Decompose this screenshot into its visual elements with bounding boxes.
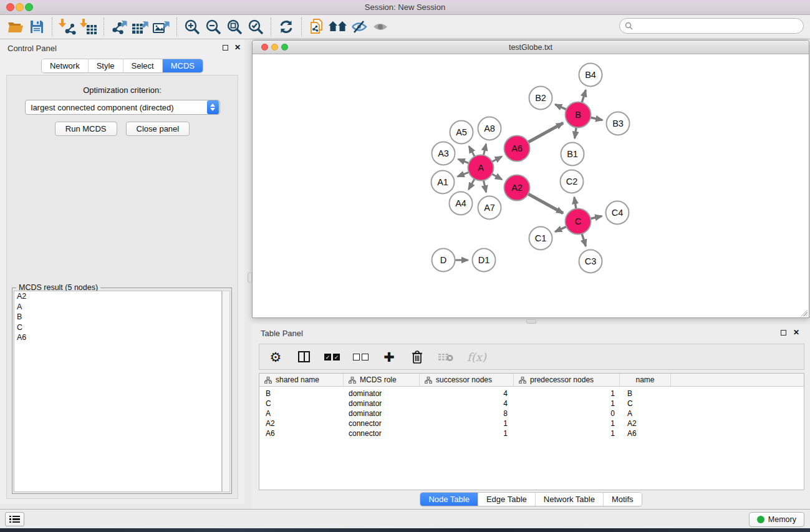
network-window-title: testGlobe.txt <box>253 43 809 52</box>
table-cell: dominator <box>344 399 420 409</box>
network-node-C3[interactable]: C3 <box>579 250 602 273</box>
network-node-A6[interactable]: A6 <box>504 136 530 162</box>
network-node-B[interactable]: B <box>566 102 591 128</box>
import-table-icon[interactable] <box>78 17 99 37</box>
column-header-MCDS-role[interactable]: MCDS role <box>344 374 420 386</box>
refresh-icon[interactable] <box>276 17 297 37</box>
network-node-C1[interactable]: C1 <box>529 227 552 250</box>
network-node-A[interactable]: A <box>468 155 494 181</box>
tab-motifs[interactable]: Motifs <box>604 493 642 506</box>
network-graph[interactable]: B4B2BB3A8A5A6B1A3AA1C2A2A4A7C4CC1C3DD1 <box>253 54 808 317</box>
zoom-selected-icon[interactable] <box>245 17 266 37</box>
tab-network[interactable]: Network <box>42 59 89 72</box>
column-header-shared-name[interactable]: shared name <box>259 374 344 386</box>
network-node-B4[interactable]: B4 <box>579 64 602 87</box>
svg-text:C: C <box>575 216 581 226</box>
svg-text:B2: B2 <box>535 93 546 103</box>
network-node-C[interactable]: C <box>566 209 591 235</box>
table-cell: A6 <box>259 428 344 438</box>
window-resize-grip[interactable] <box>799 308 808 316</box>
mcds-result-item[interactable]: A2 <box>14 291 221 302</box>
network-node-D[interactable]: D <box>432 249 455 272</box>
uncheck-all-icon[interactable] <box>353 354 369 360</box>
gear-icon[interactable]: ⚙ <box>268 351 283 364</box>
table-row[interactable]: A2connector11A2 <box>259 418 804 428</box>
trash-icon[interactable] <box>410 350 425 364</box>
network-node-D1[interactable]: D1 <box>473 249 496 272</box>
tab-select[interactable]: Select <box>123 59 163 72</box>
network-node-B1[interactable]: B1 <box>561 143 584 166</box>
network-canvas[interactable]: B4B2BB3A8A5A6B1A3AA1C2A2A4A7C4CC1C3DD1 <box>253 54 808 317</box>
hide-selected-icon[interactable] <box>349 17 370 37</box>
search-field[interactable] <box>619 18 804 34</box>
mcds-result-item[interactable]: C <box>14 322 221 333</box>
save-session-icon[interactable] <box>26 17 47 37</box>
duplicate-network-icon[interactable] <box>306 17 327 37</box>
table-row[interactable]: A6connector11A6 <box>259 428 804 438</box>
float-table-panel-icon[interactable] <box>781 330 786 336</box>
network-node-C2[interactable]: C2 <box>561 170 584 193</box>
float-panel-icon[interactable] <box>223 45 228 51</box>
search-input[interactable] <box>636 22 798 31</box>
column-header-name[interactable]: name <box>620 374 671 386</box>
network-node-A1[interactable]: A1 <box>432 171 455 194</box>
table-row[interactable]: Bdominator41B <box>259 389 804 399</box>
svg-text:C3: C3 <box>585 256 597 266</box>
close-panel-icon[interactable]: ✕ <box>234 43 241 52</box>
memory-button[interactable]: Memory <box>749 512 804 527</box>
network-node-C4[interactable]: C4 <box>606 201 629 225</box>
close-panel-button[interactable]: Close panel <box>126 122 190 136</box>
run-mcds-button[interactable]: Run MCDS <box>55 122 117 136</box>
table-cell: 1 <box>420 428 514 438</box>
horizontal-split-divider[interactable] <box>252 319 810 324</box>
add-icon[interactable]: ✚ <box>382 351 397 364</box>
svg-text:B: B <box>575 110 581 120</box>
export-table-icon[interactable] <box>130 17 151 37</box>
network-node-A5[interactable]: A5 <box>450 121 473 144</box>
horizontal-split-handle[interactable] <box>526 319 536 324</box>
result-scrollbar[interactable] <box>222 291 230 492</box>
export-network-icon[interactable] <box>108 17 130 37</box>
table-row[interactable]: Cdominator41C <box>259 399 804 409</box>
tab-mcds[interactable]: MCDS <box>163 59 203 72</box>
zoom-out-icon[interactable] <box>203 17 224 37</box>
delete-table-icon <box>438 352 454 362</box>
zoom-in-icon[interactable] <box>181 17 203 37</box>
mcds-result-item[interactable]: A6 <box>14 332 221 343</box>
vertical-split-handle[interactable] <box>248 273 252 283</box>
tab-style[interactable]: Style <box>89 59 123 72</box>
network-node-B3[interactable]: B3 <box>607 112 630 135</box>
task-history-button[interactable] <box>5 512 24 526</box>
optimization-dropdown[interactable]: largest connected component (directed) <box>25 100 220 115</box>
column-header-predecessor-nodes[interactable]: predecessor nodes <box>514 374 620 386</box>
show-all-networks-icon[interactable] <box>327 17 349 37</box>
network-node-A3[interactable]: A3 <box>432 142 455 165</box>
toolbar-separator <box>52 17 52 36</box>
svg-text:A3: A3 <box>438 148 449 158</box>
import-network-icon[interactable] <box>57 17 78 37</box>
network-edge-A6-B[interactable] <box>526 123 563 143</box>
tab-network-table[interactable]: Network Table <box>536 493 604 506</box>
control-panel-title: Control Panel <box>7 44 57 53</box>
export-image-icon[interactable] <box>151 17 172 37</box>
network-node-A7[interactable]: A7 <box>478 196 501 220</box>
split-column-icon[interactable] <box>296 351 311 362</box>
open-session-icon[interactable] <box>5 17 26 37</box>
column-header-successor-nodes[interactable]: successor nodes <box>420 374 514 386</box>
network-node-B2[interactable]: B2 <box>529 87 552 110</box>
tab-edge-table[interactable]: Edge Table <box>478 493 536 506</box>
network-node-A8[interactable]: A8 <box>478 117 501 140</box>
zoom-fit-icon[interactable] <box>224 17 245 37</box>
tab-node-table[interactable]: Node Table <box>420 493 478 506</box>
table-row[interactable]: Adominator80A <box>259 409 804 418</box>
network-edge-A2-C[interactable] <box>526 193 563 213</box>
network-node-A4[interactable]: A4 <box>450 192 473 215</box>
network-node-A2[interactable]: A2 <box>504 175 530 201</box>
table-cell: 1 <box>514 389 620 399</box>
check-all-icon[interactable]: ✓✓ <box>324 354 340 360</box>
svg-text:D: D <box>440 255 446 265</box>
close-table-panel-icon[interactable]: ✕ <box>793 328 799 337</box>
mcds-result-item[interactable]: B <box>14 312 221 322</box>
show-selected-icon[interactable] <box>370 17 391 37</box>
mcds-result-item[interactable]: A <box>14 302 221 312</box>
